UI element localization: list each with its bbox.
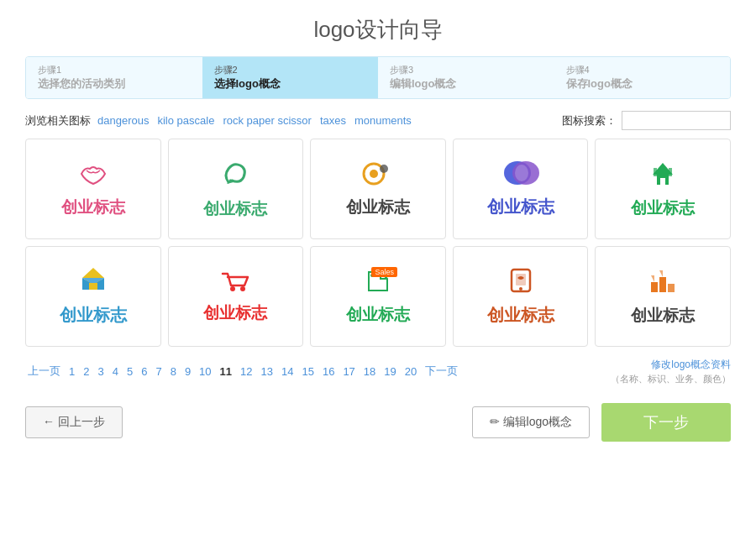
- logo-icon-1: [75, 160, 112, 193]
- page-12[interactable]: 12: [238, 364, 255, 379]
- logo-card-10[interactable]: 创业标志: [595, 246, 731, 347]
- logo-icon-9: [507, 266, 535, 301]
- step-2-num: 步骤2: [214, 64, 367, 76]
- logo-card-7[interactable]: 创业标志: [168, 246, 304, 347]
- page-20[interactable]: 20: [402, 364, 419, 379]
- edit-info: 修改logo概念资料 （名称、标识、业务、颜色）: [611, 357, 731, 386]
- tags-label: 浏览相关图标: [25, 113, 91, 128]
- logo-icon-5: [648, 160, 677, 194]
- sales-badge: Sales: [371, 267, 397, 277]
- page-6[interactable]: 6: [139, 364, 150, 379]
- page-9[interactable]: 9: [182, 364, 193, 379]
- svg-point-22: [519, 287, 522, 291]
- step-4-num: 步骤4: [566, 64, 719, 76]
- tags-row: 浏览相关图标 dangerous kilo pascale rock paper…: [25, 111, 731, 130]
- svg-rect-9: [660, 178, 665, 185]
- logo-icon-6: [77, 266, 109, 301]
- logo-card-3[interactable]: 创业标志: [310, 139, 446, 239]
- logo-text-5: 创业标志: [631, 197, 695, 219]
- logo-icon-10: [648, 267, 678, 301]
- logo-icon-8: Sales: [364, 267, 392, 301]
- svg-point-2: [370, 170, 378, 178]
- logo-card-6[interactable]: 创业标志: [25, 246, 161, 347]
- next-button[interactable]: 下一步: [601, 403, 731, 442]
- logo-text-10: 创业标志: [631, 305, 695, 327]
- logo-text-1: 创业标志: [61, 196, 125, 218]
- svg-point-18: [240, 286, 245, 291]
- tag-kilo-pascale[interactable]: kilo pascale: [157, 114, 214, 127]
- logo-text-2: 创业标志: [203, 198, 267, 220]
- svg-rect-23: [651, 282, 658, 292]
- svg-marker-26: [651, 275, 654, 282]
- page-17[interactable]: 17: [340, 364, 357, 379]
- edit-button[interactable]: ✏ 编辑logo概念: [472, 406, 590, 438]
- page-1[interactable]: 1: [66, 364, 77, 379]
- page-10[interactable]: 10: [197, 364, 213, 379]
- step-3-label: 编辑logo概念: [390, 77, 456, 90]
- back-button[interactable]: ← 回上一步: [25, 406, 123, 438]
- logo-text-7: 创业标志: [203, 302, 267, 324]
- search-label: 图标搜索：: [562, 113, 617, 128]
- page-18[interactable]: 18: [361, 364, 378, 379]
- edit-info-line1: 修改logo概念资料: [611, 357, 731, 372]
- page-5[interactable]: 5: [124, 364, 135, 379]
- step-4: 步骤4 保存logo概念: [554, 57, 731, 98]
- page-15[interactable]: 15: [299, 364, 316, 379]
- page-16[interactable]: 16: [320, 364, 337, 379]
- logo-grid: 创业标志 创业标志 创业标志: [25, 139, 731, 347]
- logo-text-9: 创业标志: [487, 304, 554, 327]
- step-1-num: 步骤1: [38, 64, 191, 76]
- step-4-label: 保存logo概念: [566, 77, 633, 90]
- page-title: logo设计向导: [0, 0, 756, 56]
- logo-card-5[interactable]: 创业标志: [595, 139, 731, 239]
- logo-icon-3: [362, 160, 394, 193]
- logo-card-4[interactable]: 创业标志: [453, 139, 589, 239]
- svg-rect-11: [669, 168, 672, 176]
- page-8[interactable]: 8: [168, 364, 179, 379]
- page-13[interactable]: 13: [259, 364, 276, 379]
- tag-dangerous[interactable]: dangerous: [97, 114, 149, 127]
- logo-icon-7: [219, 269, 251, 299]
- logo-icon-4: [501, 160, 541, 192]
- tag-rock-paper-scissor[interactable]: rock paper scissor: [223, 114, 311, 127]
- step-1: 步骤1 选择您的活动类别: [26, 57, 202, 98]
- step-2: 步骤2 选择logo概念: [202, 57, 379, 98]
- search-input[interactable]: [622, 111, 731, 130]
- svg-rect-25: [668, 284, 675, 292]
- bottom-bar: ← 回上一步 ✏ 编辑logo概念 下一步: [25, 395, 731, 442]
- logo-card-9[interactable]: 创业标志: [453, 246, 589, 347]
- svg-rect-24: [659, 277, 666, 292]
- page-11[interactable]: 11: [218, 364, 234, 379]
- tag-taxes[interactable]: taxes: [320, 114, 346, 127]
- step-1-label: 选择您的活动类别: [38, 77, 125, 90]
- logo-text-6: 创业标志: [60, 304, 127, 327]
- page-next[interactable]: 下一页: [423, 363, 460, 380]
- pagination: 上一页 1 2 3 4 5 6 7 8 9 10 11 12 13 14 15 …: [25, 357, 731, 386]
- logo-card-1[interactable]: 创业标志: [25, 139, 161, 239]
- logo-text-3: 创业标志: [346, 196, 410, 218]
- svg-point-3: [380, 165, 388, 173]
- svg-rect-10: [654, 168, 657, 176]
- logo-text-4: 创业标志: [487, 196, 554, 218]
- logo-card-8[interactable]: Sales 创业标志: [310, 246, 446, 347]
- svg-rect-16: [89, 283, 97, 290]
- page-7[interactable]: 7: [153, 364, 164, 379]
- page-14[interactable]: 14: [279, 364, 296, 379]
- page-19[interactable]: 19: [381, 364, 398, 379]
- svg-point-17: [230, 286, 235, 291]
- svg-point-6: [515, 165, 528, 181]
- tag-monuments[interactable]: monuments: [354, 114, 412, 127]
- page-2[interactable]: 2: [81, 364, 92, 379]
- step-3-num: 步骤3: [390, 64, 543, 76]
- page-4[interactable]: 4: [110, 364, 121, 379]
- logo-card-2[interactable]: 创业标志: [168, 139, 304, 239]
- search-area: 图标搜索：: [562, 111, 731, 130]
- edit-info-line2: （名称、标识、业务、颜色）: [611, 372, 731, 386]
- page-3[interactable]: 3: [95, 364, 106, 379]
- steps-bar: 步骤1 选择您的活动类别 步骤2 选择logo概念 步骤3 编辑logo概念 步…: [25, 56, 731, 99]
- step-2-label: 选择logo概念: [214, 77, 281, 90]
- svg-marker-12: [82, 268, 104, 278]
- page-prev[interactable]: 上一页: [25, 363, 63, 380]
- logo-icon-2: [220, 159, 250, 195]
- step-3: 步骤3 编辑logo概念: [378, 57, 554, 98]
